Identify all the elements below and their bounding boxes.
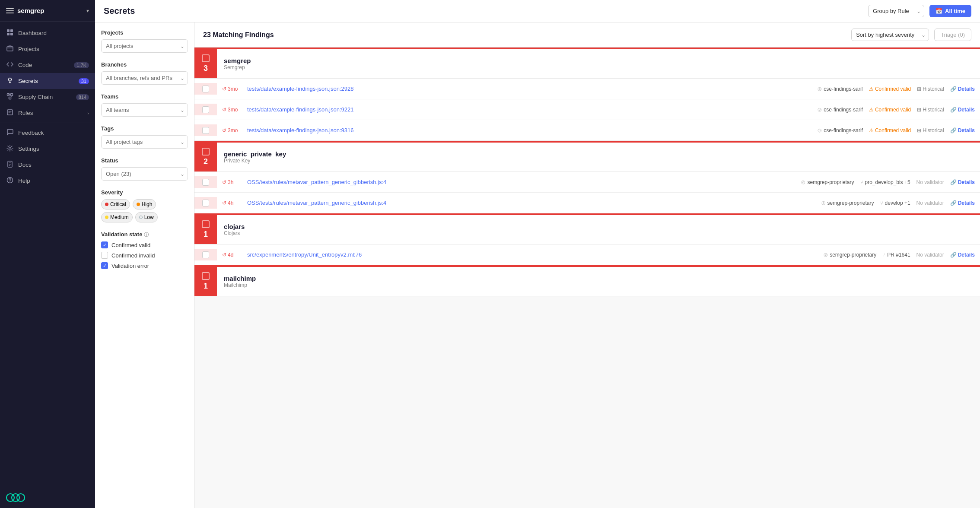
confirmed-valid-checkbox[interactable]: ✓: [101, 241, 108, 248]
mailchimp-rule-sub: Mailchimp: [224, 282, 973, 288]
filter-panel: Projects All projects Branches All branc…: [95, 22, 194, 508]
validation-confirmed-invalid[interactable]: Confirmed invalid: [101, 252, 188, 259]
mailchimp-rule-name: mailchimp: [224, 275, 973, 282]
finding-path[interactable]: OSS/tests/rules/metavar_pattern_generic_…: [247, 200, 386, 206]
branches-select[interactable]: All branches, refs and PRs: [101, 71, 188, 85]
code-badge: 1.7K: [74, 62, 89, 68]
finding-rule: ◎ cse-findings-sarif: [818, 86, 863, 92]
finding-row: ↺ 3mo tests/data/example-findings-json.j…: [194, 120, 980, 141]
sort-select-wrapper: Sort by highest severity: [851, 29, 929, 41]
details-button[interactable]: 🔗 Details: [950, 86, 980, 92]
sidebar-item-feedback[interactable]: Feedback: [0, 125, 95, 141]
sidebar-item-code[interactable]: Code 1.7K: [0, 57, 95, 73]
finding-path[interactable]: tests/data/example-findings-json.json:93…: [247, 127, 353, 133]
projects-select[interactable]: All projects: [101, 39, 188, 53]
validation-confirmed-valid[interactable]: ✓ Confirmed valid: [101, 241, 188, 248]
semgrep-group-checkbox[interactable]: [202, 54, 210, 62]
link-icon: 🔗: [950, 179, 957, 185]
finding-path[interactable]: tests/data/example-findings-json.json:29…: [247, 86, 353, 92]
severity-label: Severity: [101, 189, 188, 196]
chevron-down-icon[interactable]: ▾: [86, 8, 89, 14]
finding-checkbox[interactable]: [202, 86, 209, 92]
status-select[interactable]: Open (23): [101, 167, 188, 181]
sidebar-item-rules[interactable]: Rules ›: [0, 105, 95, 121]
sidebar-item-supply-chain[interactable]: Supply Chain 814: [0, 89, 95, 105]
finding-path[interactable]: src/experiments/entropy/Unit_entropyv2.m…: [247, 251, 362, 258]
finding-content: ↺ 4d src/experiments/entropy/Unit_entrop…: [217, 251, 824, 258]
sidebar-item-settings-label: Settings: [18, 146, 89, 152]
confirmed-invalid-checkbox[interactable]: [101, 252, 108, 259]
semgrep-rule-sub: Semgrep: [224, 64, 973, 70]
sidebar-item-help-label: Help: [18, 178, 89, 184]
svg-rect-7: [11, 94, 13, 96]
sidebar-item-secrets[interactable]: Secrets 31: [0, 73, 95, 89]
details-button[interactable]: 🔗 Details: [950, 200, 980, 206]
finding-row: ↺ 4h OSS/tests/rules/metavar_pattern_gen…: [194, 193, 980, 213]
finding-checkbox[interactable]: [202, 127, 209, 134]
branches-label: Branches: [101, 61, 188, 68]
status-select-wrap: Open (23): [101, 167, 188, 181]
sidebar-item-projects[interactable]: Projects: [0, 41, 95, 57]
finding-checkbox[interactable]: [202, 251, 209, 258]
finding-time: ↺ 4d: [222, 252, 243, 258]
all-time-button[interactable]: 📅 All time: [929, 5, 971, 17]
finding-row: ↺ 4d src/experiments/entropy/Unit_entrop…: [194, 244, 980, 265]
details-button[interactable]: 🔗 Details: [950, 179, 980, 185]
severity-pill-high[interactable]: High: [133, 199, 156, 210]
low-label: Low: [144, 214, 154, 220]
mailchimp-severity-bar: 1: [194, 267, 217, 296]
finding-checkbox[interactable]: [202, 179, 209, 186]
finding-meta: ◎ semgrep-proprietary ⑂ PR #1641 No vali…: [824, 252, 980, 258]
group-by-select[interactable]: Group by Rule: [868, 5, 924, 17]
rule-group-mailchimp: 1 mailchimp Mailchimp: [194, 265, 980, 296]
finding-branch: ⑂ pro_develop_bis +5: [860, 179, 910, 185]
findings-panel: 23 Matching Findings Sort by highest sev…: [194, 22, 980, 508]
secrets-icon: [6, 77, 14, 85]
findings-header: 23 Matching Findings Sort by highest sev…: [194, 22, 980, 48]
details-button[interactable]: 🔗 Details: [950, 252, 980, 258]
details-button[interactable]: 🔗 Details: [950, 107, 980, 113]
finding-time: ↺ 3mo: [222, 107, 243, 113]
time-icon: ↺: [222, 179, 226, 185]
severity-pill-critical[interactable]: Critical: [101, 199, 130, 210]
semgrep-severity-bar: 3: [194, 49, 217, 78]
severity-pill-medium[interactable]: Medium: [101, 212, 133, 222]
severity-pill-low[interactable]: Low: [135, 212, 158, 222]
finding-checkbox[interactable]: [202, 200, 209, 206]
mailchimp-group-checkbox[interactable]: [202, 272, 210, 280]
triage-button[interactable]: Triage (0): [934, 29, 971, 41]
finding-path[interactable]: OSS/tests/rules/metavar_pattern_generic_…: [247, 179, 386, 185]
branches-select-wrap: All branches, refs and PRs: [101, 71, 188, 85]
svg-rect-0: [7, 29, 10, 32]
historical-icon: ⊞: [917, 127, 921, 133]
calendar-icon: 📅: [935, 8, 942, 14]
validation-error-checkbox[interactable]: ✓: [101, 262, 108, 269]
sort-select[interactable]: Sort by highest severity: [851, 29, 929, 41]
dashboard-icon: [6, 29, 14, 37]
finding-checkbox[interactable]: [202, 106, 209, 113]
sidebar-item-rules-label: Rules: [18, 110, 83, 116]
details-button[interactable]: 🔗 Details: [950, 127, 980, 133]
hamburger-icon[interactable]: [6, 8, 14, 13]
link-icon: 🔗: [950, 86, 957, 92]
feedback-icon: [6, 129, 14, 137]
validation-error[interactable]: ✓ Validation error: [101, 262, 188, 269]
rule-group-header-gpk: 2 generic_private_key Private Key: [194, 141, 980, 172]
teams-select[interactable]: All teams: [101, 103, 188, 117]
finding-path[interactable]: tests/data/example-findings-json.json:92…: [247, 106, 353, 113]
finding-content: ↺ 3mo tests/data/example-findings-json.j…: [217, 86, 818, 92]
supply-chain-badge: 814: [76, 94, 89, 100]
sidebar-item-dashboard[interactable]: Dashboard: [0, 25, 95, 41]
finding-rule: ◎ semgrep-proprietary: [821, 200, 874, 206]
sidebar-item-docs[interactable]: Docs: [0, 157, 95, 173]
projects-label: Projects: [101, 29, 188, 36]
sidebar-item-help[interactable]: Help: [0, 173, 95, 189]
sidebar-item-settings[interactable]: Settings: [0, 141, 95, 157]
rule-group-clojars: 1 clojars Clojars ↺ 4d: [194, 213, 980, 265]
page-title: Secrets: [104, 6, 863, 16]
sidebar-item-secrets-label: Secrets: [18, 78, 74, 84]
clojars-group-checkbox[interactable]: [202, 220, 210, 228]
tags-select[interactable]: All project tags: [101, 135, 188, 149]
validation-help-icon[interactable]: ⓘ: [144, 232, 149, 237]
gpk-group-checkbox[interactable]: [202, 148, 210, 156]
